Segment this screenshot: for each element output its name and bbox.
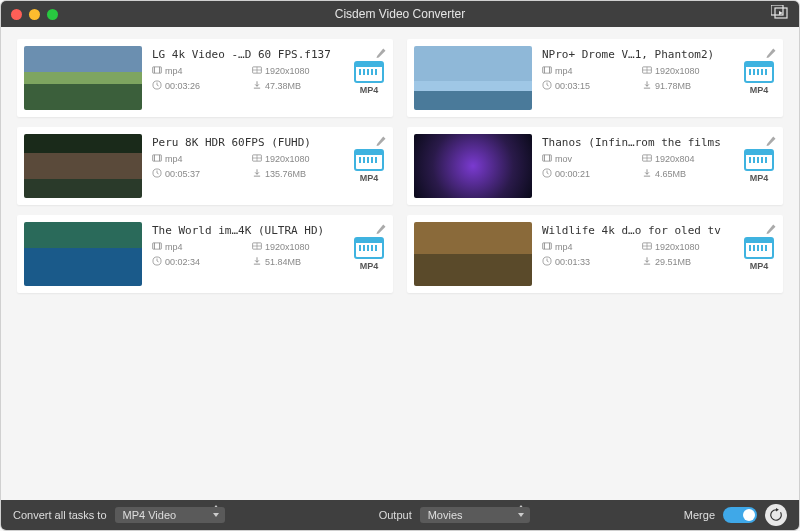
svg-rect-11 [544, 67, 545, 73]
edit-button[interactable] [375, 133, 387, 151]
format-label: MP4 [750, 173, 769, 183]
convert-label: Convert all tasks to [13, 509, 107, 521]
download-icon [642, 256, 652, 268]
duration-meta: 00:03:26 [152, 80, 244, 92]
resolution-meta: 1920x1080 [252, 153, 344, 165]
minimize-button[interactable] [29, 9, 40, 20]
svg-rect-25 [544, 155, 545, 161]
format-label: MP4 [750, 261, 769, 271]
close-button[interactable] [11, 9, 22, 20]
app-window: Cisdem Video Converter LG 4k Video -…D 6… [0, 0, 800, 531]
library-icon[interactable] [771, 5, 789, 23]
grid-icon [642, 241, 652, 253]
clock-icon [152, 168, 162, 180]
format-label: MP4 [360, 173, 379, 183]
download-icon [642, 80, 652, 92]
video-thumbnail[interactable] [24, 46, 142, 110]
convert-button[interactable] [765, 504, 787, 526]
format-icon [744, 237, 774, 259]
format-icon [354, 149, 384, 171]
output-select-wrap: Movies [420, 507, 530, 523]
app-title: Cisdem Video Converter [335, 7, 466, 21]
film-icon [542, 153, 552, 165]
duration-meta: 00:05:37 [152, 168, 244, 180]
edit-button[interactable] [375, 221, 387, 239]
video-info: Peru 8K HDR 60FPS (FUHD)mp41920x108000:0… [152, 134, 344, 198]
video-card[interactable]: Thanos (Infin…rom the filmsmov1920x80400… [407, 127, 783, 205]
zoom-button[interactable] [47, 9, 58, 20]
format-label: MP4 [750, 85, 769, 95]
edit-button[interactable] [765, 133, 777, 151]
pencil-icon [375, 221, 387, 238]
download-icon [252, 256, 262, 268]
video-thumbnail[interactable] [24, 134, 142, 198]
format-icon [744, 61, 774, 83]
titlebar: Cisdem Video Converter [1, 1, 799, 27]
film-icon [152, 65, 162, 77]
format-label: MP4 [360, 85, 379, 95]
svg-rect-19 [159, 155, 160, 161]
pencil-icon [375, 133, 387, 150]
grid-icon [252, 65, 262, 77]
format-meta: mp4 [542, 65, 634, 77]
format-select-wrap: MP4 Video [115, 507, 225, 523]
download-icon [252, 168, 262, 180]
format-icon [744, 149, 774, 171]
pencil-icon [765, 45, 777, 62]
edit-button[interactable] [765, 221, 777, 239]
video-title: Wildlife 4k d…o for oled tv [542, 224, 734, 237]
video-info: The World im…4K (ULTRA HD)mp41920x108000… [152, 222, 344, 286]
svg-rect-40 [549, 243, 550, 249]
video-thumbnail[interactable] [414, 134, 532, 198]
video-card[interactable]: LG 4k Video -…D 60 FPS.f137mp41920x10800… [17, 39, 393, 117]
clock-icon [152, 256, 162, 268]
video-card[interactable]: The World im…4K (ULTRA HD)mp41920x108000… [17, 215, 393, 293]
pencil-icon [765, 221, 777, 238]
video-card[interactable]: Wildlife 4k d…o for oled tvmp41920x10800… [407, 215, 783, 293]
size-meta: 51.84MB [252, 256, 344, 268]
video-info: LG 4k Video -…D 60 FPS.f137mp41920x10800… [152, 46, 344, 110]
video-title: The World im…4K (ULTRA HD) [152, 224, 344, 237]
duration-meta: 00:00:21 [542, 168, 634, 180]
video-thumbnail[interactable] [414, 222, 532, 286]
video-card[interactable]: Peru 8K HDR 60FPS (FUHD)mp41920x108000:0… [17, 127, 393, 205]
size-meta: 91.78MB [642, 80, 734, 92]
video-title: Peru 8K HDR 60FPS (FUHD) [152, 136, 344, 149]
svg-rect-5 [159, 67, 160, 73]
format-meta: mp4 [542, 241, 634, 253]
merge-label: Merge [684, 509, 715, 521]
svg-rect-39 [544, 243, 545, 249]
video-title: Thanos (Infin…rom the films [542, 136, 734, 149]
merge-toggle[interactable] [723, 507, 757, 523]
format-label: MP4 [360, 261, 379, 271]
output-label: Output [379, 509, 412, 521]
resolution-meta: 1920x804 [642, 153, 734, 165]
video-title: NPro+ Drome V…1, Phantom2) [542, 48, 734, 61]
clock-icon [542, 168, 552, 180]
pencil-icon [765, 133, 777, 150]
resolution-meta: 1920x1080 [642, 241, 734, 253]
edit-button[interactable] [765, 45, 777, 63]
clock-icon [542, 80, 552, 92]
film-icon [152, 153, 162, 165]
svg-rect-4 [154, 67, 155, 73]
download-icon [252, 80, 262, 92]
video-info: Thanos (Infin…rom the filmsmov1920x80400… [542, 134, 734, 198]
film-icon [152, 241, 162, 253]
video-info: Wildlife 4k d…o for oled tvmp41920x10800… [542, 222, 734, 286]
edit-button[interactable] [375, 45, 387, 63]
film-icon [542, 65, 552, 77]
duration-meta: 00:03:15 [542, 80, 634, 92]
output-select[interactable]: Movies [420, 507, 530, 523]
window-controls [11, 9, 58, 20]
clock-icon [542, 256, 552, 268]
svg-rect-26 [549, 155, 550, 161]
format-select[interactable]: MP4 Video [115, 507, 225, 523]
resolution-meta: 1920x1080 [642, 65, 734, 77]
format-icon [354, 61, 384, 83]
duration-meta: 00:02:34 [152, 256, 244, 268]
video-thumbnail[interactable] [24, 222, 142, 286]
video-card[interactable]: NPro+ Drome V…1, Phantom2)mp41920x108000… [407, 39, 783, 117]
video-thumbnail[interactable] [414, 46, 532, 110]
film-icon [542, 241, 552, 253]
